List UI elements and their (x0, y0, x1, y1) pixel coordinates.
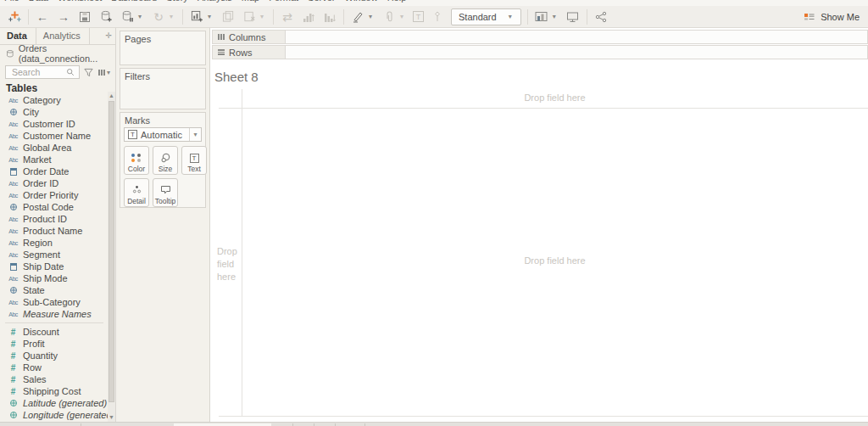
menu-item-help[interactable]: Help (387, 0, 407, 3)
scroll-down-icon[interactable]: ▼ (108, 413, 115, 422)
text-button[interactable]: TText (181, 146, 207, 175)
measure-field-quantity[interactable]: #Quantity (0, 350, 108, 362)
menu-item-window[interactable]: Window (345, 0, 378, 3)
show-me-label: Show Me (821, 12, 860, 22)
dimension-field-customer-name[interactable]: AbcCustomer Name (0, 130, 108, 142)
color-button[interactable]: Color (124, 146, 149, 175)
mark-type-caret-icon[interactable]: ▾ (189, 128, 201, 141)
undo-icon[interactable]: ← (35, 9, 50, 25)
search-input[interactable] (10, 66, 66, 78)
scroll-up-icon[interactable]: ▲ (108, 92, 115, 100)
dimension-field-ship-date[interactable]: Ship Date (0, 261, 108, 272)
menu-item-dashboard[interactable]: Dashboard (111, 0, 157, 3)
tab-analytics[interactable]: Analytics (36, 28, 90, 45)
pause-auto-updates-icon[interactable] (120, 9, 135, 25)
data-pane-scrollbar[interactable]: ▲ ▼ (108, 92, 115, 422)
sort-ascending-icon[interactable] (301, 9, 316, 25)
menu-item-server[interactable]: Server (308, 0, 335, 3)
drop-field-zone-rows[interactable]: Dropfieldhere (217, 245, 241, 283)
field-label: Market (23, 154, 52, 165)
show-me-button[interactable]: Show Me (801, 6, 860, 28)
clear-sheet-dropdown-icon[interactable]: ▾ (260, 13, 267, 20)
dimension-field-region[interactable]: AbcRegion (0, 237, 108, 249)
filters-shelf[interactable]: Filters (120, 68, 206, 109)
tooltip-button[interactable]: Tooltip (153, 178, 178, 207)
measure-field-latitude-generated-[interactable]: Latitude (generated) (0, 397, 108, 409)
group-members-icon[interactable] (381, 9, 397, 25)
new-worksheet-dropdown-icon[interactable]: ▾ (208, 13, 214, 20)
highlight-dropdown-icon[interactable]: ▾ (369, 13, 376, 20)
sort-descending-icon[interactable] (322, 9, 337, 25)
dimension-field-product-name[interactable]: AbcProduct Name (0, 225, 108, 237)
new-worksheet-icon[interactable] (189, 9, 204, 25)
fix-axes-icon[interactable] (430, 9, 445, 25)
rows-shelf[interactable]: Rows (212, 45, 868, 59)
measure-field-row[interactable]: #Row (0, 362, 108, 373)
dimension-field-segment[interactable]: AbcSegment (0, 249, 108, 261)
drop-field-zone-main[interactable]: Drop field here (242, 255, 868, 266)
pages-shelf[interactable]: Pages (120, 31, 206, 65)
number-icon: # (8, 351, 19, 361)
field-label: Region (23, 238, 53, 248)
menu-item-analysis[interactable]: Analysis (198, 0, 232, 3)
view-options-icon[interactable] (97, 64, 107, 80)
dimension-field-category[interactable]: AbcCategory (0, 94, 108, 106)
mark-type-dropdown[interactable]: T Automatic ▾ (124, 127, 202, 142)
share-icon[interactable] (593, 9, 609, 25)
show-mark-labels-icon[interactable] (534, 9, 549, 25)
presentation-mode-icon[interactable] (565, 9, 581, 25)
refresh-data-dropdown-icon[interactable]: ▾ (170, 13, 176, 20)
dimension-field-global-area[interactable]: AbcGlobal Area (0, 142, 108, 154)
save-icon[interactable] (77, 9, 92, 25)
connect-to-data-icon[interactable] (98, 9, 114, 25)
menu-item-map[interactable]: Map (242, 0, 259, 3)
search-icon (66, 68, 75, 76)
menu-item-format[interactable]: Format (269, 0, 298, 3)
menu-item-worksheet[interactable]: Worksheet (58, 0, 102, 3)
size-button[interactable]: Size (153, 146, 178, 175)
measure-field-discount[interactable]: #Discount (0, 326, 108, 338)
dimension-field-order-id[interactable]: AbcOrder ID (0, 177, 108, 189)
menu-item-story[interactable]: Story (166, 0, 188, 3)
group-members-dropdown-icon[interactable]: ▾ (400, 13, 407, 20)
dimension-field-sub-category[interactable]: AbcSub-Category (0, 296, 108, 308)
columns-shelf[interactable]: Columns (212, 30, 868, 44)
measure-field-sales[interactable]: #Sales (0, 373, 108, 385)
dimension-field-market[interactable]: AbcMarket (0, 154, 108, 165)
redo-icon[interactable]: → (56, 9, 71, 25)
scrollbar-thumb[interactable] (108, 101, 114, 402)
field-label: Product ID (23, 214, 67, 224)
dimension-field-customer-id[interactable]: AbcCustomer ID (0, 118, 108, 130)
dimension-field-postal-code[interactable]: Postal Code (0, 201, 108, 213)
dimension-field-state[interactable]: State (0, 284, 108, 296)
highlight-icon[interactable] (350, 9, 365, 25)
menu-item-data[interactable]: Data (29, 0, 48, 3)
filter-fields-icon[interactable] (82, 64, 94, 80)
swap-rows-columns-icon[interactable]: ⇄ (280, 9, 295, 25)
view-options-dropdown-icon[interactable]: ▾ (107, 69, 114, 76)
data-source-row[interactable]: Orders (data_connection... (0, 45, 115, 62)
show-mark-labels-dropdown-icon[interactable]: ▾ (553, 13, 559, 20)
measure-field-shipping-cost[interactable]: #Shipping Cost (0, 385, 108, 397)
dimension-field-order-priority[interactable]: AbcOrder Priority (0, 189, 108, 201)
refresh-data-icon[interactable]: ↻ (151, 9, 166, 25)
measure-field-profit[interactable]: #Profit (0, 338, 108, 350)
dimension-field-product-id[interactable]: AbcProduct ID (0, 213, 108, 225)
dimension-field-order-date[interactable]: Order Date (0, 165, 108, 177)
measure-field-longitude-generated-[interactable]: Longitude (generated) (0, 409, 108, 421)
dimension-field-measure-names[interactable]: AbcMeasure Names (0, 308, 108, 320)
tableau-logo-icon[interactable] (7, 9, 22, 25)
menu-item-file[interactable]: File (4, 0, 19, 3)
dimension-field-ship-mode[interactable]: AbcShip Mode (0, 272, 108, 284)
pane-options-icon[interactable]: ✛ (105, 28, 115, 44)
clear-sheet-icon[interactable] (242, 9, 257, 25)
pause-auto-updates-dropdown-icon[interactable]: ▾ (138, 13, 145, 20)
text-label-icon[interactable]: T (413, 11, 424, 22)
drop-field-zone-columns[interactable]: Drop field here (242, 92, 868, 103)
fit-selector[interactable]: Standard ▾ (451, 8, 521, 25)
menu-items[interactable]: FileDataWorksheetDashboardStoryAnalysisM… (0, 0, 868, 3)
dimension-field-city[interactable]: City (0, 106, 108, 118)
tab-data[interactable]: Data (0, 28, 36, 45)
duplicate-sheet-icon[interactable] (220, 9, 236, 25)
detail-button[interactable]: Detail (124, 178, 149, 207)
